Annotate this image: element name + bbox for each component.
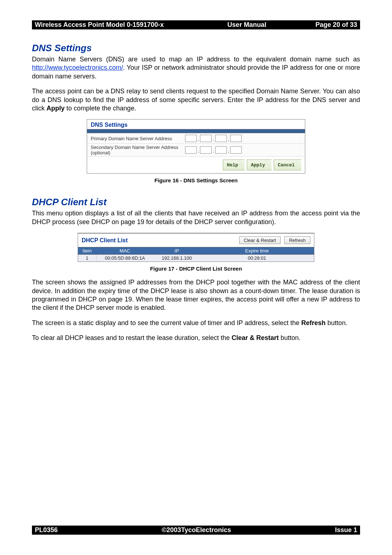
dhcp-paragraph-1: This menu option displays a list of all … [32,209,360,226]
ip-octet[interactable] [215,135,227,142]
dhcp-client-list-screenshot: DHCP Client List Clear & Restart Refresh… [78,233,314,262]
ip-octet[interactable] [185,135,197,142]
dns-settings-screenshot: DNS Settings Primary Domain Name Server … [87,119,305,174]
figure-16-caption: Figure 16 - DNS Settings Screen [32,177,360,183]
col-item: Item [78,247,96,255]
header-page-number: Page 20 of 33 [315,21,357,29]
cell-expire: 00:28:01 [200,255,314,262]
dhcp-paragraph-2: The screen shows the assigned IP address… [32,278,360,312]
dhcp-paragraph-3: The screen is a static display and to se… [32,319,360,327]
dns-screen-title: DNS Settings [87,119,305,129]
cell-ip: 192.168.1.100 [154,255,200,262]
dns-paragraph-1: Domain Name Servers (DNS) are used to ma… [32,55,360,81]
chevron-right-icon [266,160,270,170]
footer-issue: Issue 1 [335,526,357,534]
tyco-url-link[interactable]: http://www.tycoelectronics.com/ [32,64,123,71]
refresh-button[interactable]: Refresh [284,236,310,244]
cell-mac: 00:05:5D:89:6D:1A [96,255,154,262]
dhcp-p4-pre: To clear all DHCP leases and to restart … [32,334,232,341]
footer-copyright: ©2003TycoElectronics [162,526,231,534]
ip-octet[interactable] [200,135,212,142]
dot-icon: . [228,149,229,154]
table-header-row: Item MAC IP Expire time [78,247,314,255]
header-doc-type: User Manual [228,21,266,29]
dns-primary-ip-field[interactable]: . . . [185,135,242,142]
ip-octet[interactable] [200,146,212,154]
help-button-label: Help [227,162,238,168]
dns-row-secondary: Secondary Domain Name Server Address (op… [87,144,305,157]
dns-p1-pre: Domain Name Servers (DNS) are used to ma… [32,56,360,63]
ip-octet[interactable] [185,146,197,154]
help-button[interactable]: Help [223,159,245,170]
apply-button-label: Apply [251,162,265,168]
dhcp-paragraph-4: To clear all DHCP leases and to restart … [32,334,360,342]
dns-secondary-label: Secondary Domain Name Server Address (op… [91,145,185,155]
ip-octet[interactable] [230,146,242,154]
dns-button-row: Help Apply Cancel [87,157,305,173]
cell-item: 1 [78,255,96,262]
dot-icon: . [197,149,199,154]
chevron-right-icon [296,160,300,170]
dhcp-p3-refresh-bold: Refresh [301,319,326,327]
dns-primary-label: Primary Domain Name Server Address [91,136,185,141]
dns-secondary-ip-field[interactable]: . . . [185,146,242,154]
dns-p2-apply-bold: Apply [46,105,65,112]
dhcp-client-table: Item MAC IP Expire time 1 00:05:5D:89:6D… [78,247,314,262]
dhcp-p3-post: button. [326,319,347,327]
dot-icon: . [228,137,229,142]
dot-icon: . [212,149,214,154]
page-header: Wireless Access Point Model 0-1591700-x … [32,20,360,29]
dhcp-p4-post: button. [279,334,301,341]
figure-17-caption: Figure 17 - DHCP Client List Screen [32,266,360,272]
dns-screen-divider [87,129,305,133]
dns-p2-post: to complete the change. [65,105,136,112]
ip-octet[interactable] [215,146,227,154]
dhcp-p3-pre: The screen is a static display and to se… [32,319,301,327]
footer-doc-id: PL0356 [35,526,58,534]
clear-restart-button[interactable]: Clear & Restart [239,236,281,244]
chevron-right-icon [240,160,243,170]
cancel-button[interactable]: Cancel [274,159,301,170]
dns-paragraph-2: The access point can be a DNS relay to s… [32,87,360,113]
page-footer: PL0356 ©2003TycoElectronics Issue 1 [32,526,360,535]
ip-octet[interactable] [230,135,242,142]
col-expire: Expire time [200,247,314,255]
dot-icon: . [197,137,199,142]
header-product: Wireless Access Point Model 0-1591700-x [35,21,164,29]
col-mac: MAC [96,247,154,255]
apply-button[interactable]: Apply [247,159,271,170]
dot-icon: . [212,137,214,142]
dns-row-primary: Primary Domain Name Server Address . . . [87,133,305,144]
table-row: 1 00:05:5D:89:6D:1A 192.168.1.100 00:28:… [78,255,314,262]
col-ip: IP [154,247,200,255]
heading-dns-settings: DNS Settings [32,42,360,54]
heading-dhcp-client-list: DHCP Client List [32,197,360,208]
dhcp-screen-title: DHCP Client List [82,237,128,244]
dhcp-p4-clear-bold: Clear & Restart [232,334,279,341]
cancel-button-label: Cancel [278,162,295,168]
